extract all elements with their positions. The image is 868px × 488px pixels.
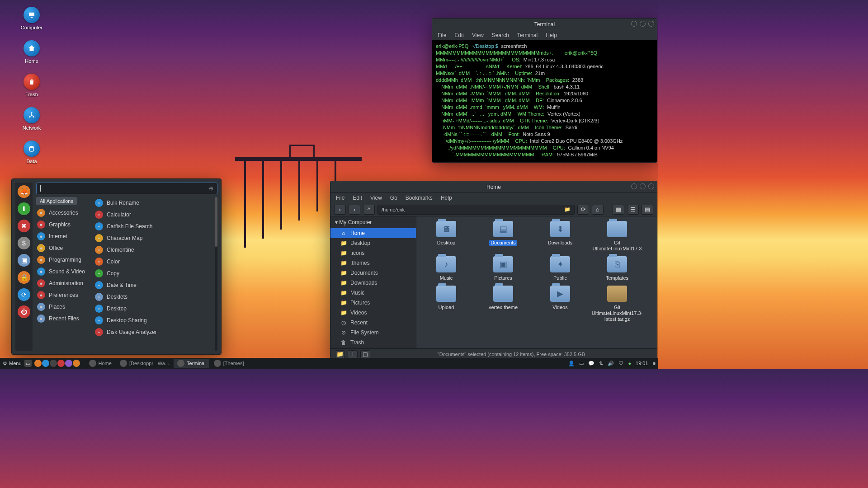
forward-button[interactable]: › bbox=[349, 205, 360, 215]
minimize-button[interactable] bbox=[631, 21, 637, 27]
menu-help[interactable]: Help bbox=[441, 195, 452, 201]
launcher-cat-accessories[interactable]: ●Accessories bbox=[36, 207, 90, 219]
ql-app5[interactable] bbox=[65, 360, 72, 367]
grid-item[interactable]: Upload bbox=[425, 286, 468, 322]
grid-item[interactable]: vertex-theme bbox=[481, 286, 525, 322]
status-pane-button[interactable]: ▢ bbox=[360, 350, 370, 358]
launcher-cat-recent-files[interactable]: ●Recent Files bbox=[36, 313, 90, 324]
taskbar-task[interactable]: [Themes] bbox=[210, 359, 248, 368]
minimize-button[interactable] bbox=[631, 183, 637, 189]
launcher-app-desktop[interactable]: •Desktop bbox=[94, 303, 210, 314]
grid-item[interactable]: ▶Videos bbox=[538, 286, 582, 322]
tray-display-icon[interactable]: ▭ bbox=[579, 361, 584, 366]
launcher-app-color[interactable]: •Color bbox=[94, 256, 210, 267]
ql-firefox[interactable] bbox=[34, 360, 42, 367]
grid-item[interactable]: ▤Documents bbox=[481, 221, 525, 252]
menu-view[interactable]: View bbox=[370, 195, 382, 201]
desktop-trash[interactable]: Trash bbox=[18, 74, 45, 97]
sidebar-item-documents[interactable]: 📁Documents bbox=[330, 268, 416, 278]
tray-chat-icon[interactable]: 💬 bbox=[588, 361, 594, 366]
terminal-body[interactable]: erik@erik-P5Q ~/Desktop $ screenfetch MM… bbox=[432, 40, 657, 162]
tray-user-icon[interactable]: 👤 bbox=[568, 361, 575, 366]
fm-grid[interactable]: 🖥Desktop▤Documents⬇DownloadsGit Ultimate… bbox=[416, 216, 657, 348]
ql-files[interactable] bbox=[42, 360, 49, 367]
launcher-side-lock[interactable]: 🔒 bbox=[18, 271, 30, 284]
menu-file[interactable]: File bbox=[438, 32, 446, 38]
launcher-app-bulk-rename[interactable]: •Bulk Rename bbox=[94, 197, 210, 209]
launcher-app-clementine[interactable]: •Clementine bbox=[94, 244, 210, 256]
launcher-cat-administration[interactable]: ●Administration bbox=[36, 277, 90, 289]
up-button[interactable]: ^ bbox=[363, 205, 375, 215]
menu-terminal[interactable]: Terminal bbox=[517, 32, 538, 38]
tray-shield-icon[interactable]: 🛡 bbox=[618, 361, 623, 366]
close-button[interactable] bbox=[648, 21, 654, 27]
launcher-cat-graphics[interactable]: ●Graphics bbox=[36, 219, 90, 230]
grid-item[interactable]: ✦Public bbox=[538, 256, 582, 281]
launcher-side-tools[interactable]: ✖ bbox=[18, 220, 30, 232]
launcher-scrollbar[interactable] bbox=[215, 197, 217, 351]
reload-button[interactable]: ⟳ bbox=[577, 205, 589, 215]
sidebar-item--themes[interactable]: 📁.themes bbox=[330, 258, 416, 268]
launcher-app-copy[interactable]: •Copy bbox=[94, 267, 210, 279]
menu-go[interactable]: Go bbox=[390, 195, 397, 201]
sidebar-item-pictures[interactable]: 📁Pictures bbox=[330, 298, 416, 308]
launcher-app-date-time[interactable]: •Date & Time bbox=[94, 279, 210, 291]
launcher-cat-places[interactable]: ●Places bbox=[36, 301, 90, 313]
tray-volume-icon[interactable]: 🔊 bbox=[608, 361, 614, 366]
launcher-app-character-map[interactable]: •Character Map bbox=[94, 232, 210, 244]
view-icons-button[interactable]: ▦ bbox=[613, 205, 624, 215]
sidebar-item-file-system[interactable]: ⊘File System bbox=[330, 328, 416, 338]
fm-titlebar[interactable]: Home bbox=[330, 181, 657, 193]
taskbar-task[interactable]: Home bbox=[85, 359, 115, 368]
tray-menu-icon[interactable]: ≡ bbox=[653, 361, 656, 366]
menu-view[interactable]: View bbox=[472, 32, 484, 38]
sidebar-header-mycomputer[interactable]: ▾ My Computer bbox=[330, 216, 416, 228]
file-manager-window[interactable]: Home File Edit View Go Bookmarks Help ‹ … bbox=[330, 181, 657, 361]
desktop-network[interactable]: Network bbox=[18, 107, 45, 131]
sidebar-item-trash[interactable]: 🗑Trash bbox=[330, 338, 416, 347]
launcher-side-firefox[interactable]: 🦊 bbox=[18, 185, 30, 198]
launcher-chip-all[interactable]: All Applications bbox=[36, 197, 77, 205]
grid-item[interactable]: 🖥Desktop bbox=[425, 221, 468, 252]
grid-item[interactable]: ▣Pictures bbox=[481, 256, 525, 281]
launcher-side-files[interactable]: ▣ bbox=[18, 254, 30, 267]
menu-edit[interactable]: Edit bbox=[353, 195, 362, 201]
launcher-app-desktop-sharing[interactable]: •Desktop Sharing bbox=[94, 314, 210, 326]
sidebar-item-videos[interactable]: 📁Videos bbox=[330, 308, 416, 318]
sidebar-item-music[interactable]: 📁Music bbox=[330, 288, 416, 298]
terminal-titlebar[interactable]: Terminal bbox=[432, 19, 657, 30]
terminal-window[interactable]: Terminal File Edit View Search Terminal … bbox=[432, 18, 657, 163]
grid-item[interactable]: Git UltimateLinuxMint17.3-latest.tar.gz bbox=[595, 286, 639, 322]
tray-network-icon[interactable]: ⇅ bbox=[599, 361, 603, 366]
menu-edit[interactable]: Edit bbox=[454, 32, 464, 38]
desktop-home[interactable]: Home bbox=[18, 40, 45, 64]
launcher-app-desklets[interactable]: •Desklets bbox=[94, 291, 210, 303]
launcher-app-calculator[interactable]: •Calculator bbox=[94, 209, 210, 221]
launcher-cat-sound-video[interactable]: ●Sound & Video bbox=[36, 266, 90, 277]
launcher-search[interactable]: ⊕ bbox=[36, 183, 217, 194]
show-desktop-button[interactable]: ▭ bbox=[24, 360, 32, 367]
menu-file[interactable]: File bbox=[336, 195, 344, 201]
menu-help[interactable]: Help bbox=[546, 32, 557, 38]
launcher-cat-internet[interactable]: ●Internet bbox=[36, 230, 90, 242]
menu-bookmarks[interactable]: Bookmarks bbox=[406, 195, 433, 201]
launcher-side-refresh[interactable]: ⟳ bbox=[18, 288, 30, 301]
sidebar-item-home[interactable]: ⌂Home bbox=[330, 228, 416, 238]
maximize-button[interactable] bbox=[640, 183, 646, 189]
launcher-side-dollar[interactable]: $ bbox=[18, 237, 30, 249]
launcher-side-power[interactable]: ⏻ bbox=[18, 305, 30, 318]
launcher-app-catfish-file-search[interactable]: •Catfish File Search bbox=[94, 221, 210, 232]
launcher-cat-programming[interactable]: ●Programming bbox=[36, 254, 90, 266]
status-tree-button[interactable]: ⊩ bbox=[348, 350, 358, 358]
launcher-app-disk-usage-analyzer[interactable]: •Disk Usage Analyzer bbox=[94, 326, 210, 338]
sidebar-item-desktop[interactable]: 📁Desktop bbox=[330, 238, 416, 248]
path-input[interactable]: /home/erik📁 bbox=[377, 205, 575, 215]
sidebar-item-downloads[interactable]: 📁Downloads bbox=[330, 278, 416, 288]
desktop-computer[interactable]: Computer bbox=[18, 7, 45, 30]
view-list-button[interactable]: ☰ bbox=[627, 205, 639, 215]
status-folder-button[interactable]: 📁 bbox=[335, 350, 345, 358]
launcher-window[interactable]: 🦊⬇✖$▣🔒⟳⏻ ⊕ All Applications●Accessories●… bbox=[11, 178, 222, 355]
grid-item[interactable]: ⎘Templates bbox=[595, 256, 639, 281]
taskbar-task[interactable]: Terminal bbox=[174, 359, 209, 368]
menu-search[interactable]: Search bbox=[492, 32, 509, 38]
